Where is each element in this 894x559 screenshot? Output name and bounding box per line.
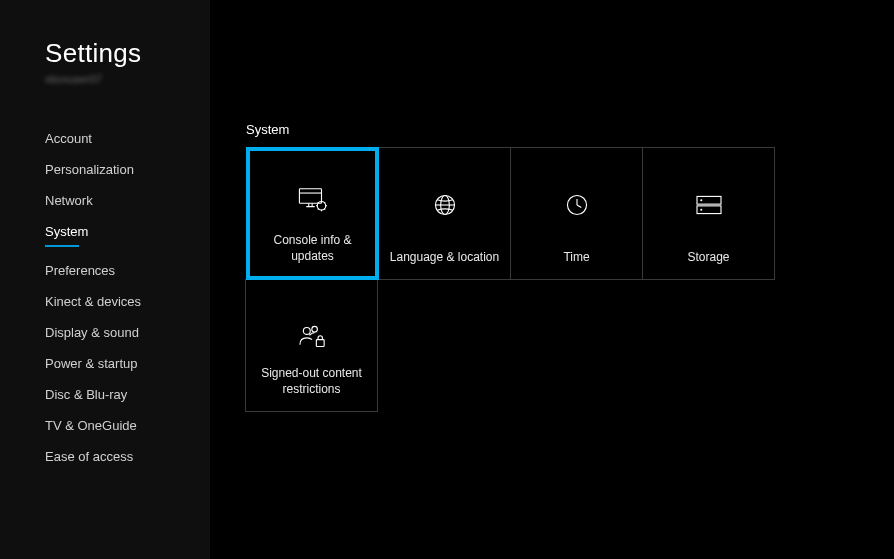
people-lock-icon <box>295 320 329 354</box>
globe-icon <box>428 188 462 222</box>
tile-time[interactable]: Time <box>510 147 643 280</box>
sidebar-item-preferences[interactable]: Preferences <box>45 255 210 286</box>
profile-name: xboxuser07 <box>45 73 210 85</box>
sidebar-item-display-sound[interactable]: Display & sound <box>45 317 210 348</box>
svg-point-14 <box>311 326 317 332</box>
sidebar-item-label: Network <box>45 193 93 208</box>
svg-line-8 <box>577 205 581 208</box>
settings-sidebar: Settings xboxuser07 Account Personalizat… <box>0 0 210 559</box>
svg-point-12 <box>700 208 702 210</box>
nav-list: Account Personalization Network System P… <box>45 123 210 472</box>
sidebar-item-label: Preferences <box>45 263 115 278</box>
svg-point-13 <box>303 327 310 334</box>
svg-point-11 <box>700 199 702 201</box>
sidebar-item-label: Account <box>45 131 92 146</box>
sidebar-item-kinect-devices[interactable]: Kinect & devices <box>45 286 210 317</box>
storage-icon <box>692 188 726 222</box>
sidebar-item-label: TV & OneGuide <box>45 418 137 433</box>
sidebar-item-account[interactable]: Account <box>45 123 210 154</box>
svg-rect-15 <box>316 339 324 346</box>
tile-label: Time <box>511 249 642 265</box>
tile-language-location[interactable]: Language & location <box>378 147 511 280</box>
sidebar-item-label: Kinect & devices <box>45 294 141 309</box>
clock-icon <box>560 188 594 222</box>
sidebar-item-disc-bluray[interactable]: Disc & Blu-ray <box>45 379 210 410</box>
sidebar-item-label: Power & startup <box>45 356 138 371</box>
section-header: System <box>246 0 894 147</box>
tile-label: Signed-out content restrictions <box>246 365 377 397</box>
tile-label: Console info & updates <box>250 232 375 264</box>
sidebar-item-tv-oneguide[interactable]: TV & OneGuide <box>45 410 210 441</box>
sidebar-item-system[interactable]: System <box>45 216 210 255</box>
sidebar-item-label: Personalization <box>45 162 134 177</box>
page-title: Settings <box>45 38 210 69</box>
console-gear-icon <box>296 182 330 216</box>
sidebar-item-personalization[interactable]: Personalization <box>45 154 210 185</box>
tile-storage[interactable]: Storage <box>642 147 775 280</box>
sidebar-item-label: System <box>45 224 88 239</box>
tile-label: Storage <box>643 249 774 265</box>
sidebar-item-label: Disc & Blu-ray <box>45 387 127 402</box>
svg-rect-0 <box>299 188 321 202</box>
main-panel: System Console info & updates <box>210 0 894 559</box>
sidebar-item-network[interactable]: Network <box>45 185 210 216</box>
tile-signed-out-restrictions[interactable]: Signed-out content restrictions <box>245 279 378 412</box>
tile-label: Language & location <box>379 249 510 265</box>
sidebar-item-power-startup[interactable]: Power & startup <box>45 348 210 379</box>
sidebar-item-label: Display & sound <box>45 325 139 340</box>
sidebar-item-ease-of-access[interactable]: Ease of access <box>45 441 210 472</box>
tile-grid: Console info & updates Language & locati… <box>246 147 778 412</box>
tile-console-info-updates[interactable]: Console info & updates <box>246 147 379 280</box>
sidebar-item-label: Ease of access <box>45 449 133 464</box>
